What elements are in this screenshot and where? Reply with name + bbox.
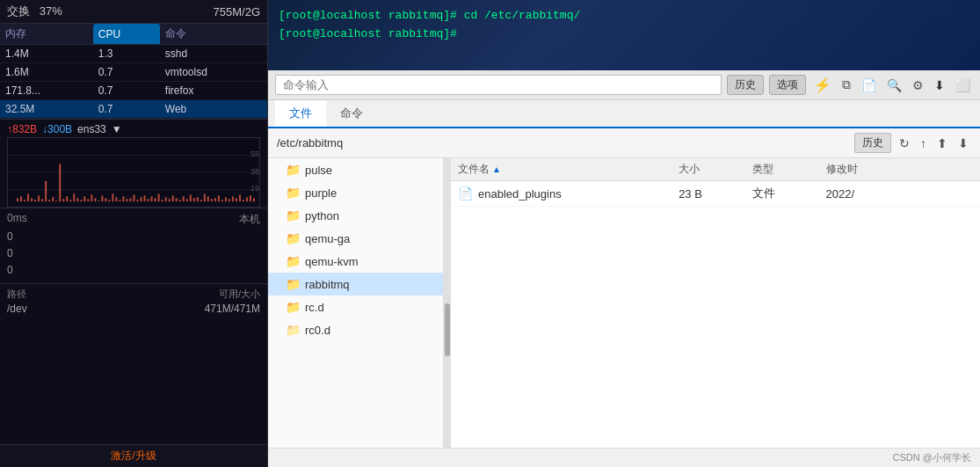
cmd-cell: vmtoolsd <box>160 63 267 82</box>
table-row[interactable]: 1.4M 1.3 sshd <box>0 45 267 63</box>
svg-rect-42 <box>155 198 156 201</box>
svg-rect-7 <box>31 198 33 201</box>
disk-col-path: 路径 <box>7 288 26 301</box>
disk-path: /dev <box>7 303 27 315</box>
refresh-button[interactable]: ↻ <box>897 133 912 153</box>
history-button[interactable]: 历史 <box>727 75 764 95</box>
svg-rect-46 <box>169 199 171 201</box>
header-type[interactable]: 类型 <box>752 162 826 177</box>
svg-rect-45 <box>165 197 167 201</box>
net-chevron[interactable]: ▼ <box>112 123 122 135</box>
header-date[interactable]: 修改时 <box>826 162 973 177</box>
svg-rect-13 <box>52 197 54 201</box>
left-panel: 交换 37% 755M/2G 内存 CPU 命令 1.4M 1.3 sshd 1… <box>0 0 268 467</box>
svg-rect-8 <box>34 200 36 201</box>
col-mem[interactable]: 内存 <box>0 24 93 45</box>
path-history-button[interactable]: 历史 <box>854 133 891 153</box>
svg-rect-25 <box>94 198 96 201</box>
more-button[interactable]: ⬇ <box>955 133 971 153</box>
top-bar: 交换 37% 755M/2G <box>0 0 267 24</box>
svg-rect-14 <box>55 201 57 201</box>
settings-button[interactable]: ⚙ <box>910 77 926 94</box>
header-name[interactable]: 文件名 ▲ <box>458 162 679 177</box>
svg-rect-4 <box>20 196 22 201</box>
up-dir-button[interactable]: ↑ <box>918 133 929 153</box>
svg-rect-19 <box>73 193 75 201</box>
svg-rect-18 <box>69 200 71 201</box>
svg-rect-15 <box>59 164 61 201</box>
svg-rect-48 <box>176 198 178 201</box>
current-path: /etc/rabbitmq <box>277 136 343 150</box>
svg-rect-68 <box>246 197 248 201</box>
cmd-input[interactable] <box>275 75 722 95</box>
cmd-input-bar: 历史 选项 ⚡ ⧉ 📄 🔍 ⚙ ⬇ ⬜ <box>268 70 980 100</box>
upload-button[interactable]: ⬆ <box>934 133 950 153</box>
terminal-header: [root@localhost rabbitmq]# cd /etc/rabbi… <box>268 0 980 70</box>
folder-item[interactable]: 📁 rc.d <box>268 296 443 318</box>
network-header: ↑832B ↓300B ens33 ▼ <box>7 123 260 135</box>
tree-scrollbar[interactable] <box>444 158 451 448</box>
svg-rect-63 <box>229 199 230 201</box>
tab-commands[interactable]: 命令 <box>326 100 377 128</box>
svg-rect-55 <box>200 200 202 201</box>
folder-item[interactable]: 📁 purple <box>268 181 443 204</box>
svg-rect-60 <box>218 195 220 201</box>
svg-rect-62 <box>225 197 227 201</box>
folder-icon: 📁 <box>286 163 301 177</box>
upgrade-label: 激活/升级 <box>111 449 156 462</box>
copy-button[interactable]: ⧉ <box>839 76 853 94</box>
disk-row: /dev 471M/471M <box>7 303 260 315</box>
table-row[interactable]: 171.8... 0.7 firefox <box>0 82 267 100</box>
table-row[interactable]: 1.6M 0.7 vmtoolsd <box>0 63 267 82</box>
disk-col-avail: 可用/大小 <box>219 288 260 301</box>
folder-name: rc0.d <box>305 324 330 337</box>
svg-rect-3 <box>17 198 18 201</box>
svg-rect-6 <box>27 193 29 201</box>
folder-item[interactable]: 📁 python <box>268 204 443 227</box>
cpu-cell: 1.3 <box>93 45 160 63</box>
svg-rect-47 <box>172 195 174 201</box>
file-row[interactable]: 📄 enabled_plugins 23 B 文件 2022/ <box>451 181 980 207</box>
svg-rect-32 <box>119 200 120 201</box>
path-bar: /etc/rabbitmq 历史 ↻ ↑ ⬆ ⬇ <box>268 128 980 158</box>
options-button[interactable]: 选项 <box>769 75 806 95</box>
new-file-button[interactable]: 📄 <box>859 77 879 94</box>
tab-files[interactable]: 文件 <box>275 100 326 128</box>
file-browser: 📁 pulse 📁 purple 📁 python 📁 qemu-ga 📁 qe… <box>268 158 980 448</box>
net-iface: ens33 <box>77 123 106 135</box>
download-button[interactable]: ⬇ <box>932 77 947 94</box>
folder-item[interactable]: 📁 qemu-ga <box>268 227 443 250</box>
svg-rect-11 <box>45 181 47 201</box>
cpu-cell: 0.7 <box>93 63 160 82</box>
upgrade-bar[interactable]: 激活/升级 <box>0 444 267 467</box>
latency-header: 0ms 本机 <box>7 212 260 227</box>
folder-icon: 📁 <box>286 277 301 291</box>
attribution: CSDN @小何学长 <box>893 452 971 463</box>
terminal-line-1: [root@localhost rabbitmq]# cd /etc/rabbi… <box>279 7 969 26</box>
folder-item[interactable]: 📁 rabbitmq <box>268 273 443 296</box>
svg-rect-20 <box>76 198 78 201</box>
net-chart: 55K 38K 19K <box>8 138 259 207</box>
col-cmd[interactable]: 命令 <box>160 24 267 45</box>
mem-cell: 1.4M <box>0 45 93 63</box>
table-row[interactable]: 32.5M 0.7 Web <box>0 100 267 119</box>
svg-rect-16 <box>62 199 64 201</box>
svg-rect-36 <box>133 194 134 201</box>
folder-item[interactable]: 📁 pulse <box>268 158 443 181</box>
scrollbar-thumb[interactable] <box>445 303 450 356</box>
svg-rect-54 <box>197 197 199 201</box>
mem-cell: 32.5M <box>0 100 93 119</box>
swap-label: 交换 <box>7 4 30 18</box>
file-date: 2022/ <box>826 187 973 201</box>
folder-item[interactable]: 📁 rc0.d <box>268 318 443 341</box>
lightning-button[interactable]: ⚡ <box>811 75 834 95</box>
cpu-cell: 0.7 <box>93 82 160 100</box>
svg-rect-40 <box>148 199 149 201</box>
window-button[interactable]: ⬜ <box>953 77 973 94</box>
svg-rect-41 <box>151 196 153 201</box>
search-button[interactable]: 🔍 <box>884 77 904 94</box>
folder-item[interactable]: 📁 qemu-kvm <box>268 250 443 273</box>
header-size[interactable]: 大小 <box>679 162 752 177</box>
col-cpu[interactable]: CPU <box>93 24 160 45</box>
svg-rect-10 <box>41 199 43 201</box>
